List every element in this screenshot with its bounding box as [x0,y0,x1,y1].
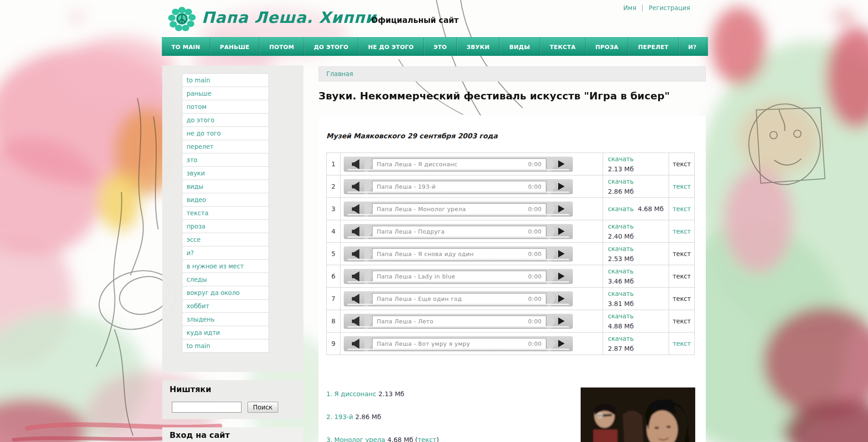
download-link[interactable]: скачать [608,178,634,185]
lyrics-link[interactable]: текст [673,340,691,347]
nav-item[interactable]: TO MAIN [162,38,210,56]
track-download-link[interactable]: Монолог урела [334,436,385,442]
registration-link[interactable]: Регистрация [648,4,690,11]
nav-item[interactable]: ЭТО [424,38,457,56]
download-link[interactable]: скачать [608,155,634,163]
nav-item[interactable]: ПЕРЕЛЕТ [628,38,678,56]
site-logo[interactable] [168,6,196,33]
sidebar-menu-item[interactable]: в нужное из мест [182,260,269,273]
sidebar-menu-item[interactable]: проза [182,220,269,233]
play-icon[interactable] [558,273,565,280]
sidebar-menu-item[interactable]: хоббит [182,300,269,313]
track-row: 3 Папа Леша - Монолог урела [327,198,695,220]
progress-track[interactable] [347,169,569,170]
sidebar-menu-item[interactable]: это [182,153,269,167]
breadcrumb-home-link[interactable]: Главная [326,70,353,77]
lyrics-cell: текст [669,220,695,243]
nav-item[interactable]: ЗВУКИ [457,38,500,56]
progress-track[interactable] [347,326,569,327]
track-row: 9 Папа Леша - Вот умру я умру [327,333,695,355]
nav-item[interactable]: ВИДЫ [500,38,540,56]
nav-item[interactable]: И? [679,38,707,56]
play-icon[interactable] [558,317,565,325]
sidebar-menu-item[interactable]: звуки [182,167,269,180]
lyrics-link[interactable]: текст [673,205,691,213]
search-button[interactable]: Поиск [247,402,278,413]
sidebar-menu-item[interactable]: видео [182,193,269,207]
download-link[interactable]: скачать [608,267,634,275]
track-title-display: Папа Леша - Я диссонанс 0:00 [372,158,546,170]
sidebar-menu-item[interactable]: и? [182,246,269,260]
lyrics-link[interactable]: текст [673,317,691,325]
nav-item[interactable]: НЕ ДО ЭТОГО [358,38,424,56]
track-player-cell: Папа Леша - Лето 0:00 [340,310,603,333]
sidebar-menu-item[interactable]: текста [182,207,269,220]
play-icon[interactable] [558,160,565,168]
lyrics-link[interactable]: текст [418,436,436,442]
speaker-icon [351,226,360,237]
sidebar-menu-item[interactable]: не до того [182,127,269,140]
play-icon[interactable] [558,295,565,302]
sidebar-menu-item[interactable]: злыдень [182,313,269,326]
progress-track[interactable] [347,304,569,305]
lyrics-link[interactable]: текст [673,250,691,257]
lyrics-link[interactable]: текст [673,228,691,235]
sidebar-menu-item[interactable]: эссе [182,233,269,246]
track-title: Папа Леша - Я снова иду один [377,251,474,257]
progress-track[interactable] [347,259,569,260]
play-icon[interactable] [558,250,565,257]
progress-track[interactable] [347,236,569,238]
nav-item[interactable]: ДО ЭТОГО [304,38,358,56]
search-input[interactable] [172,402,242,413]
track-title-display: Папа Леша - Монолог урела 0:00 [372,203,546,215]
track-title: Папа Леша - Вот умру я умру [377,340,470,347]
track-number: 3 [327,198,341,220]
sidebar-menu-item[interactable]: to main [182,74,269,87]
page-title: Звуки. Некоммерческий фестиваль искусств… [319,90,706,102]
item-size: 2.86 Мб [355,413,381,420]
nav-item[interactable]: ПРОЗА [586,38,628,56]
download-link[interactable]: скачать [608,223,634,230]
nav-item[interactable]: ТЕКСТА [540,38,586,56]
progress-track[interactable] [347,191,569,193]
sidebar-menu-item[interactable]: следы [182,273,269,286]
sidebar-menu-item[interactable]: перелет [182,140,269,153]
download-cell: скачать 2.40 Мб [603,220,669,243]
play-icon[interactable] [558,228,565,235]
download-link[interactable]: скачать [608,290,634,297]
play-icon[interactable] [558,205,565,213]
sidebar-menu-item[interactable]: куда идти [182,326,269,339]
sidebar-menu-item[interactable]: виды [182,180,269,193]
sidebar-menu-panel: to main раньше потом до этого не до того… [162,65,303,372]
download-link[interactable]: скачать [608,335,634,342]
download-link[interactable]: скачать [608,245,634,252]
play-icon[interactable] [558,183,565,190]
track-download-link[interactable]: 193-й [334,413,353,420]
track-number: 2 [327,175,341,198]
lyrics-link[interactable]: текст [673,160,691,168]
sidebar-menu-item[interactable]: to main [182,339,269,353]
track-download-link[interactable]: Я диссонанс [334,390,376,398]
lyrics-link[interactable]: текст [673,295,691,302]
sidebar-menu-item[interactable]: потом [182,100,269,114]
speaker-icon [351,158,360,170]
progress-track[interactable] [347,281,569,283]
lyrics-link[interactable]: текст [673,273,691,280]
sidebar-menu-item[interactable]: вокруг да около [182,286,269,300]
username-link[interactable]: Имя [623,4,636,11]
play-icon[interactable] [558,340,565,347]
download-link[interactable]: скачать [608,312,634,320]
nishtyaki-heading: Ништяки [170,385,211,394]
nav-item[interactable]: РАНЬШЕ [210,38,260,56]
track-player-cell: Папа Леша - Монолог урела 0:00 [340,198,603,220]
nav-item[interactable]: ПОТОМ [259,38,304,56]
download-link[interactable]: скачать [608,205,634,213]
file-size: 2.86 Мб [608,187,669,196]
sidebar-menu-item[interactable]: до этого [182,114,269,127]
file-size: 4.68 Мб [638,205,664,213]
progress-track[interactable] [347,349,569,350]
lyrics-link[interactable]: текст [673,183,691,190]
progress-track[interactable] [347,214,569,215]
sidebar-menu-item[interactable]: раньше [182,87,269,100]
track-title: Папа Леша - Подруга [377,228,445,235]
